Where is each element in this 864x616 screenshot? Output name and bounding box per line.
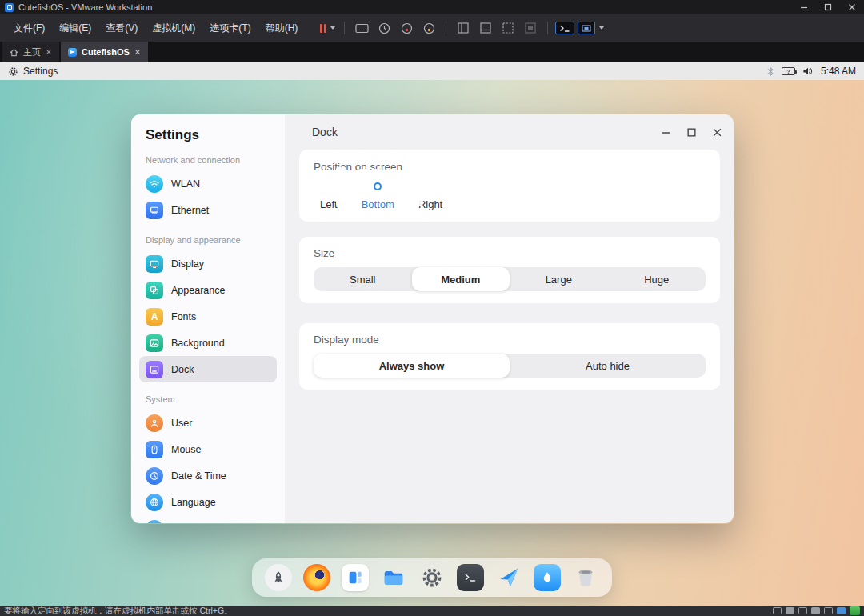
position-option-label: Left [320,198,338,210]
sidebar-item-fonts[interactable]: A Fonts [139,303,277,330]
menu-tabs[interactable]: 选项卡(T) [202,17,258,40]
sidebar-item-background[interactable]: Background [139,330,277,356]
position-option-label: Bottom [362,198,394,210]
battery-status-glyph: ? [786,68,790,75]
hard-disk-icon[interactable] [773,607,782,614]
sound-icon[interactable] [824,607,833,614]
tab-cutefishos[interactable]: CutefishOS [61,42,148,62]
menu-vm[interactable]: 虚拟机(M) [145,17,202,40]
display-mode-card-title: Display mode [314,334,706,346]
position-option-bottom[interactable]: Bottom [362,182,394,210]
usb-icon[interactable] [811,607,820,614]
open-terminal-button[interactable] [555,22,574,34]
sidebar-item-dock[interactable]: Dock [139,356,277,382]
snapshot-manager-button[interactable] [419,18,438,38]
sidebar-item-wlan[interactable]: WLAN [139,170,277,197]
cdrom-icon[interactable] [786,607,794,614]
statusbar-message: 要将输入定向到该虚拟机，请在虚拟机内部单击或按 Ctrl+G。 [4,606,233,616]
sidebar-section-network: Network and connection [146,155,285,165]
bluetooth-icon[interactable] [766,66,774,77]
statusbar-tray [773,606,860,615]
tab-home-label: 主页 [23,46,41,58]
page-title: Dock [312,126,338,138]
position-option-right[interactable]: Right [418,182,442,210]
chevron-down-icon[interactable] [330,26,335,30]
cutefish-tab-icon [68,48,77,57]
vm-screen: Settings ? 5:48 AM Settings Network and … [0,62,864,606]
cutefish-logo-icon[interactable] [495,564,522,591]
desktop[interactable]: Settings Network and connection WLAN Eth… [0,80,864,606]
firefox-icon[interactable] [303,564,330,591]
widgets-app-icon[interactable] [342,564,369,591]
size-option-medium[interactable]: Medium [412,267,510,291]
vmware-titlebar: CutefishOS - VMware Workstation [0,0,864,14]
sidebar-item-label: User [171,418,192,429]
menu-view[interactable]: 查看(V) [98,17,145,40]
chevron-down-icon[interactable] [599,26,604,30]
terminal-icon[interactable] [457,564,484,591]
sidebar-item-appearance[interactable]: Appearance [139,277,277,303]
monitor-icon [146,255,163,273]
settings-maximize-button[interactable] [684,125,698,139]
launcher-icon[interactable] [265,564,292,591]
settings-window: Settings Network and connection WLAN Eth… [130,114,734,524]
battery-icon[interactable]: ? [782,67,795,75]
position-option-left[interactable]: Left [320,182,338,210]
color-picker-icon[interactable] [534,564,561,591]
clipped-icon [146,520,163,524]
vmware-maximize-button[interactable] [816,0,840,14]
sidebar-item-label: Mouse [171,444,202,455]
sidebar-item-language[interactable]: Language [139,489,277,515]
printer-icon[interactable] [837,607,846,614]
snapshot-revert-button[interactable] [397,18,416,38]
dock-icon [146,361,163,378]
vmware-toolbar [316,18,606,38]
tab-home[interactable]: 主页 [2,42,59,62]
tab-cutefishos-label: CutefishOS [82,47,130,57]
layers-icon [146,282,163,299]
size-option-small[interactable]: Small [314,267,412,291]
image-icon [146,334,163,352]
file-manager-icon[interactable] [380,564,407,591]
size-option-huge[interactable]: Huge [608,267,706,291]
clock-text[interactable]: 5:48 AM [821,66,856,77]
trash-icon[interactable] [572,564,599,591]
settings-gear-icon[interactable] [418,564,446,591]
sidebar-item-label: WLAN [171,178,200,190]
size-option-large[interactable]: Large [510,267,608,291]
content-header: Dock [285,114,734,150]
display-mode-option-always-show[interactable]: Always show [314,354,510,378]
thumbnail-bar-button[interactable] [476,18,495,38]
settings-close-button[interactable] [710,125,724,139]
vmware-close-button[interactable] [840,0,864,14]
vmware-menubar: 文件(F) 编辑(E) 查看(V) 虚拟机(M) 选项卡(T) 帮助(H) [0,14,864,42]
sidebar-item-display[interactable]: Display [139,250,277,277]
sidebar-item-datetime[interactable]: Date & Time [139,462,277,489]
settings-gear-icon [8,66,18,77]
sidebar-item-partial[interactable] [139,515,277,523]
menu-help[interactable]: 帮助(H) [258,17,306,40]
sidebar-item-ethernet[interactable]: Ethernet [139,197,277,223]
console-view-button[interactable] [498,18,518,38]
tab-close-icon[interactable] [134,49,141,55]
sidebar-item-user[interactable]: User [139,410,277,436]
snapshot-take-button[interactable] [374,18,394,38]
menu-file[interactable]: 文件(F) [6,17,52,40]
sidebar-item-label: Fonts [171,311,196,322]
unity-view-button[interactable] [521,18,540,38]
sidebar-item-mouse[interactable]: Mouse [139,436,277,462]
settings-minimize-button[interactable] [658,125,673,139]
network-adapter-icon[interactable] [798,607,807,614]
display-mode-card: Display mode Always show Auto hide [299,323,720,390]
tab-close-icon[interactable] [46,49,52,55]
volume-icon[interactable] [802,66,814,76]
display-mode-option-auto-hide[interactable]: Auto hide [510,354,706,378]
fullscreen-button[interactable] [578,18,604,38]
library-panel-button[interactable] [454,18,473,38]
vmware-tools-icon[interactable] [850,606,860,615]
vmware-tabstrip: 主页 CutefishOS [0,42,864,62]
suspend-button[interactable] [318,18,337,38]
menu-edit[interactable]: 编辑(E) [52,17,98,40]
vmware-minimize-button[interactable] [792,0,816,14]
ctrl-alt-del-button[interactable] [352,18,371,38]
